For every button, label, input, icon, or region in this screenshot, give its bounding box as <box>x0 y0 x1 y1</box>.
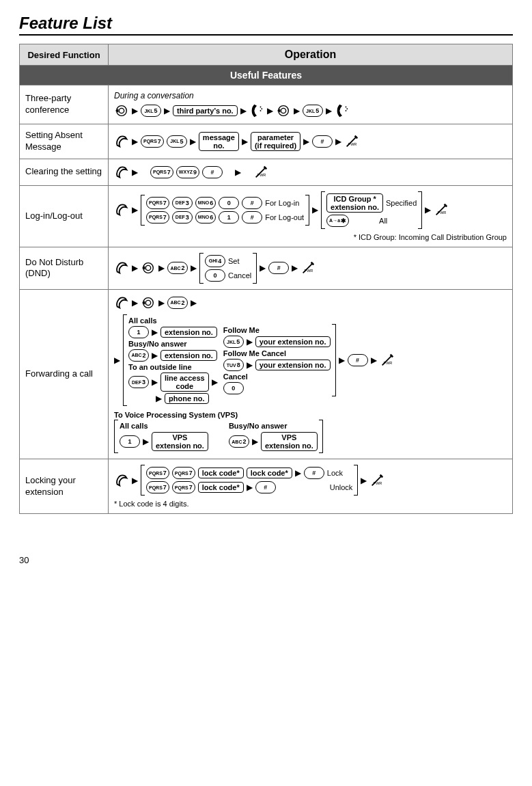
feature-table: Desired Function Operation Useful Featur… <box>19 44 513 514</box>
btn-icd-group: ICD Group *extension no. <box>326 193 383 213</box>
svg-point-1 <box>119 108 124 113</box>
key-2: ABC2 <box>167 297 188 309</box>
key-hash: # <box>348 354 368 366</box>
label-follow-me-cancel: Follow Me Cancel <box>223 349 331 357</box>
key-hash: # <box>202 166 223 178</box>
key-9: WXYZ9 <box>176 166 199 178</box>
arrow-icon: ▶ <box>303 137 309 146</box>
label-all-calls: All calls <box>128 316 218 325</box>
page: Feature List Desired Function Operation … <box>0 0 532 579</box>
arrow-icon: ▶ <box>132 167 138 177</box>
arrow-icon: ▶ <box>326 106 332 116</box>
key-hash: # <box>268 262 289 274</box>
key-5: JKL5 <box>167 135 187 148</box>
arrow-icon: ▶ <box>132 298 138 308</box>
op-three-party: During a conversation ▶ JKL5 ▶ third par… <box>109 85 513 124</box>
key-3: DEF3 <box>128 376 149 388</box>
page-title: Feature List <box>19 14 513 36</box>
label-to-outside: To an outside line <box>128 363 218 371</box>
arrow-icon: ▶ <box>425 205 431 215</box>
svg-point-8 <box>346 108 348 109</box>
arrow-icon: ▶ <box>132 476 138 485</box>
svg-point-2 <box>260 107 261 108</box>
label-busy-no: Busy/No answer <box>229 422 318 430</box>
navigator-icon <box>141 260 156 275</box>
btn-line-access: line accesscode <box>160 372 209 392</box>
btn-ext-no: extension no. <box>160 350 217 361</box>
arrow-icon: ▶ <box>339 355 345 365</box>
row-lock: Locking your extension ▶ PQRS7 PQRS7 loc… <box>20 459 513 514</box>
vps-bracket: All calls 1▶VPSextension no. Busy/No ans… <box>114 420 323 453</box>
key-7: PQRS7 <box>146 467 169 479</box>
talk-icon <box>335 103 350 118</box>
svg-text:PWR: PWR <box>383 361 392 365</box>
label-specified: Specified <box>386 199 417 207</box>
pwr-icon: PWR <box>253 165 268 180</box>
arrow-icon: ▶ <box>132 205 138 215</box>
label-for-logout: For Log-out <box>265 213 304 221</box>
header-row: Desired Function Operation <box>20 44 513 66</box>
fn-fwd: Forwarding a call <box>20 289 109 459</box>
key-star: A→a✱ <box>326 215 349 227</box>
key-7: PQRS7 <box>172 467 195 479</box>
fn-dnd: Do Not Disturb (DND) <box>20 247 109 289</box>
key-8: TUV8 <box>223 359 244 371</box>
key-7: PQRS7 <box>146 481 169 493</box>
fn-clearing: Clearing the setting <box>20 159 109 185</box>
offhook-icon <box>114 473 129 488</box>
key-5: JKL5 <box>303 105 323 117</box>
arrow-icon: ▶ <box>191 298 197 308</box>
key-hash: # <box>255 481 276 493</box>
key-6: MNO6 <box>195 211 216 223</box>
svg-point-17 <box>145 300 150 305</box>
arrow-icon: ▶ <box>312 205 318 215</box>
arrow-icon: ▶ <box>260 263 266 273</box>
arrow-icon: ▶ <box>114 355 120 365</box>
key-4: GHI4 <box>205 255 225 267</box>
label-all: All <box>379 217 387 225</box>
key-1: 1 <box>120 435 140 448</box>
fwd-left-bracket: All calls 1▶extension no. Busy/No answer… <box>123 314 219 406</box>
pwr-icon: PWR <box>369 473 384 488</box>
key-1: 1 <box>128 326 149 338</box>
key-1: 1 <box>219 211 239 223</box>
offhook-icon <box>114 260 129 275</box>
navigator-icon <box>276 103 291 118</box>
seq-three-party: ▶ JKL5 ▶ third party's no. ▶ ▶ ▶ JKL5 ▶ <box>114 103 507 118</box>
arrow-icon: ▶ <box>294 106 300 116</box>
svg-text:PWR: PWR <box>305 269 313 273</box>
svg-point-7 <box>345 107 346 108</box>
pwr-icon: PWR <box>434 202 449 217</box>
arrow-icon: ▶ <box>267 106 273 116</box>
page-number: 30 <box>19 555 513 565</box>
key-7: PQRS7 <box>146 211 169 223</box>
section-row: Useful Features <box>20 66 513 85</box>
col-desired-function: Desired Function <box>20 44 109 66</box>
dnd-bracket: GHI4Set 0Cancel <box>199 253 257 284</box>
key-3: DEF3 <box>172 197 193 209</box>
key-0: 0 <box>223 382 244 394</box>
op-loginout: ▶ PQRS7 DEF3 MNO6 0 # For Log-in <box>109 185 513 247</box>
navigator-icon <box>141 295 156 310</box>
offhook-icon <box>114 165 129 180</box>
talk-icon <box>249 103 264 118</box>
btn-third-party-no: third party's no. <box>173 105 238 116</box>
op-dnd: ▶ ▶ ABC2 ▶ GHI4Set 0Cancel ▶ # <box>109 247 513 289</box>
key-7: PQRS7 <box>150 166 173 178</box>
svg-point-4 <box>260 110 261 111</box>
note-during-conversation: During a conversation <box>114 91 507 100</box>
arrow-icon: ▶ <box>240 106 247 116</box>
label-all-calls: All calls <box>120 422 208 430</box>
svg-text:PWR: PWR <box>348 141 357 146</box>
svg-point-3 <box>261 108 262 109</box>
key-hash: # <box>312 135 333 148</box>
btn-your-ext: your extension no. <box>255 336 331 347</box>
arrow-icon: ▶ <box>191 263 197 273</box>
arrow-icon: ▶ <box>132 106 138 116</box>
svg-point-14 <box>145 266 150 271</box>
arrow-icon: ▶ <box>132 263 138 273</box>
arrow-icon: ▶ <box>158 298 165 308</box>
pwr-icon: PWR <box>344 134 359 149</box>
arrow-icon: ▶ <box>242 137 248 146</box>
key-2: ABC2 <box>229 435 249 448</box>
